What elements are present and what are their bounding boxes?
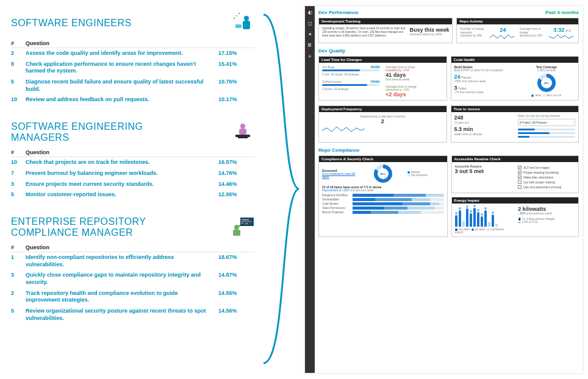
svg-rect-11 <box>242 219 249 221</box>
code-health-card: Code Health Build Details Build D7H47 on… <box>451 56 579 101</box>
table-row: 10Review and address feedback on pull re… <box>11 94 255 105</box>
dashboard-content: Dev Performance Past 4 months Developmen… <box>315 6 583 373</box>
svg-point-4 <box>238 13 240 14</box>
svg-point-3 <box>236 15 237 16</box>
repo-activity-card: Repo Activity Number of merge requests i… <box>456 18 579 43</box>
scorecard-link[interactable]: Go to scorecard to view full report <box>322 172 359 179</box>
bracket-connector <box>262 12 305 366</box>
compliance-icon <box>231 215 255 239</box>
tracking-summary: Uploading merges, 20 authors have pushed… <box>322 27 406 38</box>
table-row: 5Monitor customer-reported issues.12.95% <box>11 190 255 200</box>
coverage-donut: 69% <box>537 74 556 92</box>
nav-menu-icon[interactable]: ≡ <box>307 54 312 58</box>
table-row: 3Quickly close compliance gaps to mainta… <box>11 270 255 288</box>
nav-shield-icon[interactable]: ⛨ <box>307 43 312 48</box>
lead-time-card: Lead Time for Changes Jira Bugs45/68 5 n… <box>318 56 447 101</box>
svg-rect-7 <box>239 129 246 135</box>
svg-rect-8 <box>235 135 250 137</box>
svg-point-0 <box>244 16 249 21</box>
section-title: Dev Performance <box>318 10 359 15</box>
table-row: 7Prevent burnout by balancing engineer w… <box>11 168 255 179</box>
time-range[interactable]: Past 4 months <box>545 10 579 15</box>
section-title: Dev Quality <box>318 48 579 54</box>
persona-software-engineers: SOFTWARE ENGINEERS # Question 2Assess th… <box>11 11 255 105</box>
table-row: 5Diagnose recent build failure and ensur… <box>11 77 255 94</box>
persona-sem: SOFTWARE ENGINEERING MANAGERS #Question … <box>11 120 255 200</box>
table-row: 3Ensure projects meet current security s… <box>11 179 255 190</box>
svg-rect-15 <box>233 230 240 236</box>
svg-point-6 <box>240 124 245 129</box>
sidebar-nav: ◐ ◻ ✦ ⛨ ≡ <box>305 6 315 373</box>
nav-home-icon[interactable]: ◻ <box>307 21 312 26</box>
persona-title: SOFTWARE ENGINEERING MANAGERS <box>11 121 170 143</box>
development-tracking-card: Development Tracking Uploading merges, 2… <box>318 18 453 43</box>
nav-dashboard-icon[interactable]: ◐ <box>307 10 312 15</box>
svg-rect-9 <box>238 137 248 138</box>
persona-title: SOFTWARE ENGINEERS <box>11 18 132 29</box>
table-row: 5Review organizational security posture … <box>11 306 255 324</box>
table-row: 8Check application performance to ensure… <box>11 59 255 77</box>
engineer-icon <box>231 11 255 35</box>
svg-rect-1 <box>243 21 250 29</box>
svg-point-14 <box>234 225 239 230</box>
table-row: 10Check that projects are on track for m… <box>11 157 255 168</box>
deployment-frequency-card: Deployment Frequency Deployments in the … <box>318 105 447 143</box>
table-row: 1Identify non-compliant repositories to … <box>11 252 255 270</box>
energy-impact-card: Energy Impact <box>451 197 579 237</box>
personas-column: SOFTWARE ENGINEERS # Question 2Assess th… <box>11 11 255 338</box>
manager-icon <box>231 120 255 144</box>
table-row: 2Track repository health and compliance … <box>11 288 255 306</box>
energy-bar-chart <box>455 206 512 227</box>
time-to-restore-card: Time to restore 248 CI jobs run 5.3 min … <box>451 105 579 143</box>
section-title: Repo Compliance <box>318 147 579 153</box>
svg-rect-12 <box>242 221 251 222</box>
dashboard-window: ◐ ◻ ✦ ⛨ ≡ Dev Performance Past 4 months … <box>305 6 583 373</box>
svg-rect-2 <box>235 24 242 28</box>
nav-activity-icon[interactable]: ✦ <box>307 32 312 37</box>
readme-check-card: Accessible Readme Check Accessible Readm… <box>451 155 579 193</box>
table-row: 2Assess the code quality and identify ar… <box>11 48 255 59</box>
persona-title: ENTERPRISE REPOSITORY COMPLIANCE MANAGER <box>11 216 170 238</box>
compliance-check-card: Compliance & Security Check Scorecard Go… <box>318 155 448 237</box>
persona-erc: ENTERPRISE REPOSITORY COMPLIANCE MANAGER… <box>11 215 255 324</box>
svg-point-5 <box>234 18 235 19</box>
table-header: # Question <box>11 39 255 48</box>
